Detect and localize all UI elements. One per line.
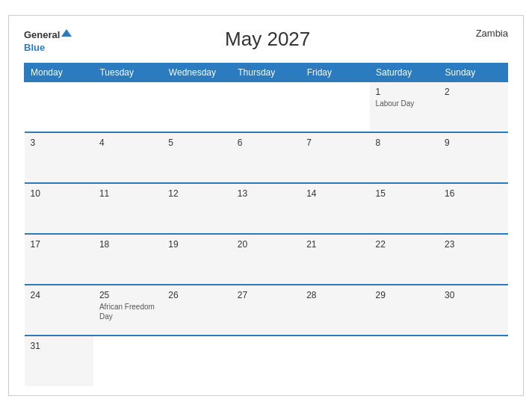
month-title: May 2027 [72,28,463,51]
calendar-cell: 13 [232,183,300,234]
day-number: 29 [376,290,433,300]
calendar-header: General Blue May 2027 Zambia [24,28,508,54]
calendar-week-row: 2425African Freedom Day2627282930 [25,285,508,336]
calendar-week-row: 1Labour Day2 [25,81,508,132]
holiday-name: Labour Day [376,99,433,108]
day-number: 21 [306,239,363,250]
col-friday: Friday [300,63,369,81]
day-number: 30 [445,290,501,300]
logo-general-text: General [24,29,60,40]
calendar-cell: 29 [370,285,439,336]
day-number: 16 [445,188,501,199]
day-number: 10 [31,188,87,199]
calendar-cell: 5 [162,132,231,183]
calendar-cell: 23 [439,234,507,285]
calendar-cell [439,336,507,386]
calendar-cell [162,336,231,386]
calendar-cell: 11 [93,183,162,234]
day-number: 14 [306,188,363,199]
day-number: 17 [31,239,87,250]
day-number: 4 [99,137,156,148]
calendar-cell: 10 [25,183,93,234]
calendar-cell [25,81,93,132]
day-number: 12 [168,188,225,199]
calendar-cell: 4 [93,132,162,183]
calendar-cell: 2 [439,81,507,132]
day-number: 20 [238,239,294,250]
calendar-cell: 26 [162,285,231,336]
calendar-cell [300,336,369,386]
calendar-cell: 21 [300,234,369,285]
calendar-cell: 9 [439,132,507,183]
day-number: 19 [168,239,225,250]
calendar-cell: 3 [25,132,93,183]
logo-line1: General [24,28,72,41]
calendar-cell: 31 [25,336,93,386]
days-header-row: Monday Tuesday Wednesday Thursday Friday… [25,63,508,81]
day-number: 26 [168,290,225,300]
calendar-cell: 16 [439,183,507,234]
calendar-cell: 25African Freedom Day [93,285,162,336]
day-number: 2 [445,87,501,97]
calendar-cell [300,81,369,132]
calendar-cell: 6 [232,132,300,183]
day-number: 13 [238,188,294,199]
calendar-cell: 28 [300,285,369,336]
logo-blue-text: Blue [24,42,45,53]
calendar-cell [232,336,300,386]
country-label: Zambia [463,28,508,39]
calendar-cell [162,81,231,132]
calendar-cell [370,336,439,386]
day-number: 9 [445,137,501,148]
day-number: 8 [376,137,433,148]
calendar-cell: 30 [439,285,507,336]
col-wednesday: Wednesday [162,63,231,81]
calendar-cell: 20 [232,234,300,285]
calendar-cell [93,81,162,132]
day-number: 18 [99,239,156,250]
day-number: 23 [445,239,501,250]
day-number: 15 [376,188,433,199]
day-number: 7 [306,137,363,148]
day-number: 31 [31,341,87,351]
day-number: 25 [99,290,156,300]
calendar-cell: 17 [25,234,93,285]
calendar-week-row: 3456789 [25,132,508,183]
day-number: 1 [376,87,433,97]
calendar-cell: 7 [300,132,369,183]
calendar-cell: 19 [162,234,231,285]
calendar-body: 1Labour Day23456789101112131415161718192… [25,81,508,386]
col-sunday: Sunday [439,63,507,81]
calendar-container: General Blue May 2027 Zambia Monday Tues… [8,15,524,397]
holiday-name: African Freedom Day [99,302,156,321]
calendar-cell: 12 [162,183,231,234]
day-number: 22 [376,239,433,250]
col-saturday: Saturday [370,63,439,81]
col-thursday: Thursday [232,63,300,81]
calendar-week-row: 17181920212223 [25,234,508,285]
calendar-cell: 1Labour Day [370,81,439,132]
calendar-cell [93,336,162,386]
calendar-cell: 14 [300,183,369,234]
calendar-cell: 15 [370,183,439,234]
day-number: 5 [168,137,225,148]
calendar-week-row: 10111213141516 [25,183,508,234]
day-number: 11 [99,188,156,199]
calendar-thead: Monday Tuesday Wednesday Thursday Friday… [25,63,508,81]
calendar-week-row: 31 [25,336,508,386]
day-number: 24 [31,290,87,300]
col-tuesday: Tuesday [93,63,162,81]
logo: General Blue [24,28,72,54]
calendar-cell: 8 [370,132,439,183]
day-number: 28 [306,290,363,300]
calendar-cell: 22 [370,234,439,285]
calendar-table: Monday Tuesday Wednesday Thursday Friday… [24,63,508,387]
logo-triangle-icon [61,29,72,37]
col-monday: Monday [25,63,93,81]
calendar-cell: 18 [93,234,162,285]
calendar-cell: 27 [232,285,300,336]
day-number: 6 [238,137,294,148]
calendar-cell: 24 [25,285,93,336]
calendar-cell [232,81,300,132]
day-number: 27 [238,290,294,300]
